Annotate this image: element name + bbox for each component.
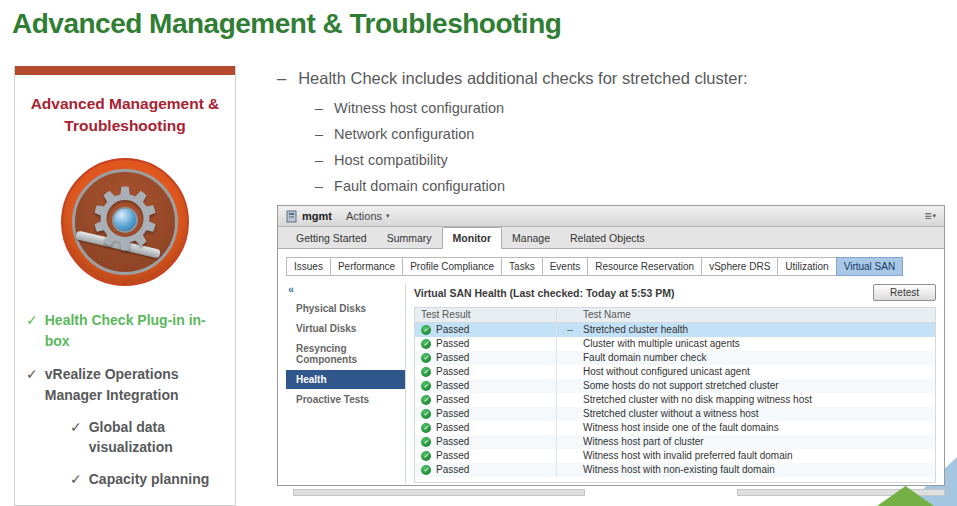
collapse-row-icon[interactable]: –	[557, 324, 583, 335]
test-name: Witness host part of cluster	[583, 436, 704, 447]
sidebar-item-health[interactable]: Health	[286, 370, 405, 389]
checklist-item-label: Health Check Plug-in in-box	[45, 310, 227, 352]
test-result: Passed	[436, 380, 469, 391]
collapse-sidebar-icon[interactable]: «	[288, 284, 405, 295]
retest-button[interactable]: Retest	[873, 284, 936, 301]
tab-monitor[interactable]: Monitor	[442, 227, 503, 249]
subtab-resource-reservation[interactable]: Resource Reservation	[587, 257, 702, 276]
test-name: Stretched cluster health	[583, 324, 688, 335]
sidebar-item-virtual-disks[interactable]: Virtual Disks	[286, 319, 405, 338]
checklist-item: ✓ vRealize Operations Manager Integratio…	[26, 364, 227, 406]
sidebar-item-proactive-tests[interactable]: Proactive Tests	[286, 390, 405, 409]
subtab-performance[interactable]: Performance	[330, 257, 403, 276]
column-header-test-name[interactable]: Test Name	[557, 309, 935, 320]
health-pane: Virtual SAN Health (Last checked: Today …	[406, 283, 936, 483]
health-pane-title: Virtual SAN Health (Last checked: Today …	[414, 287, 873, 299]
card-checklist: ✓ Health Check Plug-in in-box ✓ vRealize…	[15, 310, 235, 506]
menu-lines-icon: ≡	[924, 209, 931, 223]
test-result: Passed	[436, 366, 469, 377]
gear-hub	[112, 207, 138, 233]
test-name: Stretched cluster with no disk mapping w…	[583, 394, 812, 405]
checklist-item-label: vRealize Operations Manager Integration	[45, 364, 227, 406]
subtab-virtual-san[interactable]: Virtual SAN	[836, 257, 904, 276]
main-tab-bar: Getting Started Summary Monitor Manage R…	[278, 227, 944, 249]
test-name: Stretched cluster without a witness host	[583, 408, 759, 419]
object-name: mgmt	[302, 210, 332, 222]
checklist-item: ✓ Health Check Plug-in in-box	[26, 310, 227, 352]
checklist-subitem: ✓ Capacity planning	[70, 470, 227, 490]
tab-summary[interactable]: Summary	[377, 228, 442, 248]
passed-icon: ✓	[421, 339, 431, 349]
passed-icon: ✓	[421, 367, 431, 377]
actions-label: Actions	[346, 210, 382, 222]
health-table: Test Result Test Name ✓Passed –Stretched…	[414, 307, 936, 483]
sidebar-item-resyncing-components[interactable]: Resyncing Components	[286, 339, 405, 369]
passed-icon: ✓	[421, 409, 431, 419]
tab-manage[interactable]: Manage	[502, 228, 560, 248]
check-icon: ✓	[70, 470, 82, 490]
list-menu-icon[interactable]: ≡ ▾	[924, 209, 936, 223]
sidebar-item-physical-disks[interactable]: Physical Disks	[286, 299, 405, 318]
bullet-item-text: Host compatibility	[334, 152, 448, 168]
object-titlebar: mgmt Actions ▾ ≡ ▾	[278, 206, 944, 227]
table-row[interactable]: ✓Passed –Stretched cluster health	[415, 323, 935, 337]
subtab-issues[interactable]: Issues	[286, 257, 331, 276]
chevron-down-icon: ▾	[386, 212, 390, 220]
bullet-item-text: Network configuration	[334, 126, 474, 142]
subtab-tasks[interactable]: Tasks	[501, 257, 543, 276]
table-row[interactable]: ✓Passed Witness host with invalid prefer…	[415, 449, 935, 463]
test-result: Passed	[436, 352, 469, 363]
bullet-item: – Host compatibility	[315, 152, 942, 168]
test-result: Passed	[436, 324, 469, 335]
passed-icon: ✓	[421, 381, 431, 391]
tab-related-objects[interactable]: Related Objects	[560, 228, 655, 248]
monitor-content: Issues Performance Profile Compliance Ta…	[278, 249, 944, 485]
dash-bullet: –	[277, 68, 286, 89]
window-fragment-bar	[293, 489, 585, 496]
subtab-events[interactable]: Events	[542, 257, 589, 276]
test-name: Fault domain number check	[583, 352, 706, 363]
tab-getting-started[interactable]: Getting Started	[286, 228, 377, 248]
subtab-utilization[interactable]: Utilization	[777, 257, 836, 276]
check-icon: ✓	[70, 418, 82, 457]
bullet-item-text: Witness host configuration	[334, 100, 504, 116]
table-row[interactable]: ✓Passed Stretched cluster without a witn…	[415, 407, 935, 421]
column-header-test-result[interactable]: Test Result	[415, 308, 557, 322]
bullet-heading-text: Health Check includes additional checks …	[298, 68, 747, 89]
test-name: Some hosts do not support stretched clus…	[583, 380, 779, 391]
passed-icon: ✓	[421, 395, 431, 405]
test-name: Witness host with invalid preferred faul…	[583, 450, 793, 461]
dash-bullet: –	[315, 178, 323, 194]
passed-icon: ✓	[421, 353, 431, 363]
test-name: Cluster with multiple unicast agents	[583, 338, 740, 349]
dash-bullet: –	[315, 126, 323, 142]
test-name: Witness host with non-existing fault dom…	[583, 464, 775, 475]
table-row[interactable]: ✓Passed Stretched cluster with no disk m…	[415, 393, 935, 407]
bullet-list: – Health Check includes additional check…	[277, 68, 942, 204]
test-result: Passed	[436, 422, 469, 433]
actions-menu[interactable]: Actions ▾	[346, 210, 390, 222]
table-row[interactable]: ✓Passed Witness host inside one of the f…	[415, 421, 935, 435]
bullet-item: – Network configuration	[315, 126, 942, 142]
table-row[interactable]: ✓Passed Cluster with multiple unicast ag…	[415, 337, 935, 351]
vsphere-screenshot: mgmt Actions ▾ ≡ ▾ Getting Started Summa…	[277, 205, 945, 486]
chevron-down-icon: ▾	[932, 212, 936, 220]
table-row[interactable]: ✓Passed Witness host part of cluster	[415, 435, 935, 449]
test-result: Passed	[436, 408, 469, 419]
test-result: Passed	[436, 394, 469, 405]
table-row[interactable]: ✓Passed Some hosts do not support stretc…	[415, 379, 935, 393]
subtab-profile-compliance[interactable]: Profile Compliance	[402, 257, 502, 276]
passed-icon: ✓	[421, 465, 431, 475]
check-icon: ✓	[26, 364, 38, 406]
bullet-item-text: Fault domain configuration	[334, 178, 505, 194]
test-name: Witness host inside one of the fault dom…	[583, 422, 779, 433]
test-result: Passed	[436, 436, 469, 447]
table-row[interactable]: ✓Passed Host without configured unicast …	[415, 365, 935, 379]
passed-icon: ✓	[421, 325, 431, 335]
card-title: Advanced Management & Troubleshooting	[15, 93, 235, 138]
monitor-sidebar: « Physical Disks Virtual Disks Resyncing…	[286, 283, 406, 483]
table-row[interactable]: ✓Passed Witness host with non-existing f…	[415, 463, 935, 477]
health-pane-header: Virtual SAN Health (Last checked: Today …	[414, 283, 936, 303]
table-row[interactable]: ✓Passed Fault domain number check	[415, 351, 935, 365]
subtab-vsphere-drs[interactable]: vSphere DRS	[701, 257, 778, 276]
